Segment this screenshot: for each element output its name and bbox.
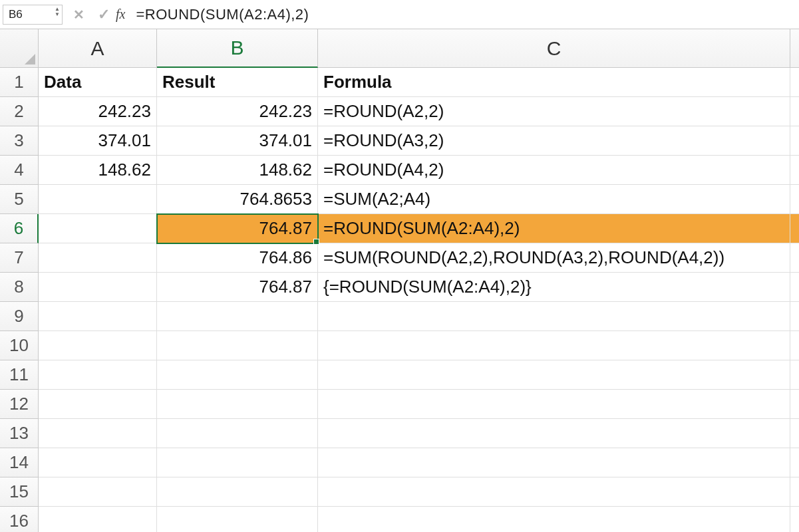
table-row xyxy=(39,477,799,507)
row-header-16[interactable]: 16 xyxy=(0,507,39,532)
cell-a13[interactable] xyxy=(39,419,157,448)
cell-c11[interactable] xyxy=(318,360,790,390)
cell-a3[interactable]: 374.01 xyxy=(39,126,157,156)
cell-b2[interactable]: 242.23 xyxy=(157,97,318,126)
cell-a10[interactable] xyxy=(39,331,157,360)
cell-c2[interactable]: =ROUND(A2,2) xyxy=(318,97,790,126)
cell-b13[interactable] xyxy=(157,419,318,448)
cell-a7[interactable] xyxy=(39,243,157,273)
cell-d1[interactable] xyxy=(790,68,799,97)
cell-b14[interactable] xyxy=(157,448,318,477)
cell-a8[interactable] xyxy=(39,273,157,302)
cell-a6[interactable] xyxy=(39,214,157,243)
cell-b15[interactable] xyxy=(157,477,318,507)
cell-c5[interactable]: =SUM(A2;A4) xyxy=(318,185,790,214)
cell-d11[interactable] xyxy=(790,360,799,390)
cell-c12[interactable] xyxy=(318,390,790,419)
formula-input[interactable] xyxy=(132,5,796,25)
row-header-1[interactable]: 1 xyxy=(0,68,39,97)
cell-c8[interactable]: {=ROUND(SUM(A2:A4),2)} xyxy=(318,273,790,302)
cell-a11[interactable] xyxy=(39,360,157,390)
cell-d15[interactable] xyxy=(790,477,799,507)
accept-formula-button[interactable]: ✓ xyxy=(94,5,113,25)
table-row: 242.23242.23=ROUND(A2,2) xyxy=(39,97,799,126)
row-header-11[interactable]: 11 xyxy=(0,360,39,390)
cell-d3[interactable] xyxy=(790,126,799,156)
cell-b6[interactable]: 764.87 xyxy=(157,214,318,243)
formula-bar: B6 ▲ ▼ ✕ ✓ fx xyxy=(0,0,799,29)
cell-a15[interactable] xyxy=(39,477,157,507)
cell-b7[interactable]: 764.86 xyxy=(157,243,318,273)
table-row xyxy=(39,302,799,331)
cell-b11[interactable] xyxy=(157,360,318,390)
cell-d5[interactable] xyxy=(790,185,799,214)
cell-b10[interactable] xyxy=(157,331,318,360)
select-all-corner[interactable] xyxy=(0,29,39,68)
cell-c7[interactable]: =SUM(ROUND(A2,2),ROUND(A3,2),ROUND(A4,2)… xyxy=(318,243,790,273)
cell-d12[interactable] xyxy=(790,390,799,419)
row-header-5[interactable]: 5 xyxy=(0,185,39,214)
row-header-3[interactable]: 3 xyxy=(0,126,39,156)
cell-d8[interactable] xyxy=(790,273,799,302)
row-headers: 12345678910111213141516 xyxy=(0,68,39,532)
cell-a2[interactable]: 242.23 xyxy=(39,97,157,126)
cell-d13[interactable] xyxy=(790,419,799,448)
cell-a1[interactable]: Data xyxy=(39,68,157,97)
cell-d14[interactable] xyxy=(790,448,799,477)
row-header-7[interactable]: 7 xyxy=(0,243,39,273)
row-header-14[interactable]: 14 xyxy=(0,448,39,477)
cell-c1[interactable]: Formula xyxy=(318,68,790,97)
cell-c14[interactable] xyxy=(318,448,790,477)
row-header-13[interactable]: 13 xyxy=(0,419,39,448)
cell-b12[interactable] xyxy=(157,390,318,419)
cell-b8[interactable]: 764.87 xyxy=(157,273,318,302)
cell-a4[interactable]: 148.62 xyxy=(39,156,157,185)
cell-b16[interactable] xyxy=(157,507,318,532)
cell-a12[interactable] xyxy=(39,390,157,419)
cell-d7[interactable] xyxy=(790,243,799,273)
cell-c15[interactable] xyxy=(318,477,790,507)
name-box[interactable]: B6 ▲ ▼ xyxy=(3,5,63,25)
cell-c9[interactable] xyxy=(318,302,790,331)
column-header-c[interactable]: C xyxy=(318,29,790,68)
cell-b5[interactable]: 764.8653 xyxy=(157,185,318,214)
cell-a5[interactable] xyxy=(39,185,157,214)
cell-a16[interactable] xyxy=(39,507,157,532)
cell-c6[interactable]: =ROUND(SUM(A2:A4),2) xyxy=(318,214,790,243)
column-header-extra[interactable] xyxy=(790,29,799,68)
cell-b3[interactable]: 374.01 xyxy=(157,126,318,156)
cell-c10[interactable] xyxy=(318,331,790,360)
cell-d16[interactable] xyxy=(790,507,799,532)
row-header-4[interactable]: 4 xyxy=(0,156,39,185)
table-row: 764.86=SUM(ROUND(A2,2),ROUND(A3,2),ROUND… xyxy=(39,243,799,273)
fx-label[interactable]: fx xyxy=(116,7,125,22)
cell-d9[interactable] xyxy=(790,302,799,331)
cell-d6[interactable] xyxy=(790,214,799,243)
column-headers: ABC xyxy=(39,29,799,68)
column-header-b[interactable]: B xyxy=(157,29,318,68)
name-box-stepper[interactable]: ▲ ▼ xyxy=(55,7,60,17)
cell-c4[interactable]: =ROUND(A4,2) xyxy=(318,156,790,185)
row-header-10[interactable]: 10 xyxy=(0,331,39,360)
cell-b1[interactable]: Result xyxy=(157,68,318,97)
cell-a14[interactable] xyxy=(39,448,157,477)
row-header-8[interactable]: 8 xyxy=(0,273,39,302)
table-row: 764.8653=SUM(A2;A4) xyxy=(39,185,799,214)
name-box-value: B6 xyxy=(9,8,23,21)
cell-d4[interactable] xyxy=(790,156,799,185)
row-header-15[interactable]: 15 xyxy=(0,477,39,507)
cell-c16[interactable] xyxy=(318,507,790,532)
row-header-6[interactable]: 6 xyxy=(0,214,39,243)
row-header-12[interactable]: 12 xyxy=(0,390,39,419)
cell-c3[interactable]: =ROUND(A3,2) xyxy=(318,126,790,156)
cell-a9[interactable] xyxy=(39,302,157,331)
column-header-a[interactable]: A xyxy=(39,29,157,68)
row-header-2[interactable]: 2 xyxy=(0,97,39,126)
cell-d2[interactable] xyxy=(790,97,799,126)
cancel-formula-button[interactable]: ✕ xyxy=(69,5,88,25)
cell-b4[interactable]: 148.62 xyxy=(157,156,318,185)
cell-b9[interactable] xyxy=(157,302,318,331)
cell-c13[interactable] xyxy=(318,419,790,448)
cell-d10[interactable] xyxy=(790,331,799,360)
row-header-9[interactable]: 9 xyxy=(0,302,39,331)
